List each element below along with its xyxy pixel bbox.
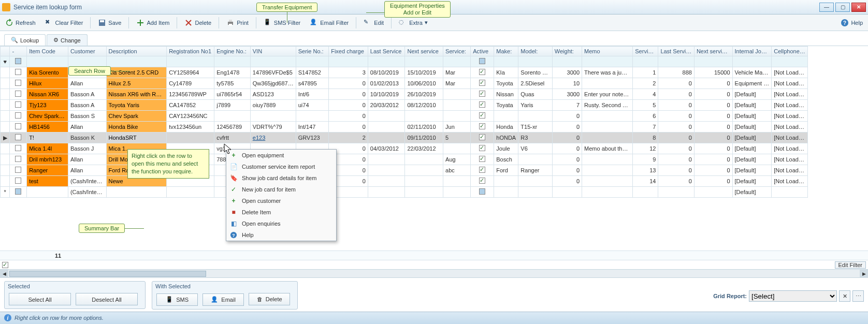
table-row[interactable]: Chev Spark 1.3Basson SChev SparkCAY12345… (1, 111, 808, 122)
menu-show-jobcard[interactable]: 🔖Show job card details for item (226, 172, 336, 184)
menu-customer-report[interactable]: 📄Customer service item report (226, 161, 336, 172)
col-item-code[interactable]: Item Code (27, 47, 68, 56)
table-row[interactable]: HB1456AllanHonda Biketvx123456un12456789… (1, 122, 808, 132)
help-icon: ? (841, 19, 849, 27)
menu-new-jobcard[interactable]: ✓New job card for item (226, 184, 336, 195)
menu-open-enquiries[interactable]: ◧Open enquiries (226, 218, 336, 229)
app-icon (2, 3, 10, 11)
col-active[interactable]: Active (471, 47, 494, 56)
menu-help[interactable]: ?Help (226, 229, 336, 241)
tabs: 🔍Lookup ⚙Change (0, 31, 868, 46)
table-row[interactable]: Mica 1.4lBasson JMica 1.vg1004/03/201222… (1, 143, 808, 154)
email-filter-button[interactable]: 👤Email Filter (308, 18, 351, 28)
col-make[interactable]: Make: (494, 47, 518, 56)
table-row[interactable]: HiluxAllanHilux 2.5Cy14789ty5785Qw365jgd… (1, 78, 808, 89)
edit-button[interactable]: ✎Edit (361, 18, 386, 28)
new-row[interactable]: *(Cash/Internal)[Default] (1, 187, 808, 198)
col-customer[interactable]: Customer (68, 47, 106, 56)
table-row[interactable]: Nissan XR6Basson ANissan XR6 with Roll B… (1, 89, 808, 100)
col-registration[interactable]: Registration No1 (167, 47, 214, 56)
clear-filter-button[interactable]: ✖Clear Filter (43, 18, 85, 28)
table-row[interactable]: test(Cash/Internal)Newe001400[Default][N… (1, 176, 808, 187)
save-button[interactable]: Save (96, 18, 123, 28)
filter-enabled-checkbox[interactable] (2, 262, 8, 268)
col-weight[interactable]: Weight: (552, 47, 582, 56)
close-button[interactable]: ✕ (851, 3, 866, 12)
col-service-item-no[interactable]: Service item no. (633, 47, 658, 56)
menu-delete-item[interactable]: ■Delete Item (226, 207, 336, 218)
plus-icon: + (229, 197, 238, 205)
extra-button[interactable]: ◌Extra▾ (397, 18, 430, 28)
table-row[interactable]: T|y123Basson AToyota YarisCA147852j7899o… (1, 100, 808, 111)
grid-container: - Item Code Customer Description Registr… (0, 46, 868, 251)
row-count: 11 (55, 253, 61, 259)
col-fixed-charge[interactable]: Fixed charge (329, 47, 368, 56)
email-button[interactable]: 👤Email (202, 293, 244, 306)
minimize-button[interactable]: — (819, 3, 834, 12)
delete-selected-button[interactable]: 🗑Delete (249, 293, 290, 305)
scroll-left-button[interactable]: ◀ (0, 270, 8, 278)
print-button[interactable]: Print (224, 18, 251, 28)
service-item-grid[interactable]: - Item Code Customer Description Registr… (0, 46, 808, 198)
selected-group: Selected Select All Deselect All (4, 281, 146, 309)
col-cellphone[interactable]: Cellphone Number (772, 47, 808, 56)
add-item-button[interactable]: Add Item (134, 18, 171, 28)
col-next-reading[interactable]: Next service reading (694, 47, 732, 56)
table-row[interactable]: Kia SorentoAllanKia Sorent 2.5 CRDCY1258… (1, 67, 808, 78)
grid-report-clear-button[interactable]: ✕ (839, 290, 850, 302)
svg-text:?: ? (232, 233, 235, 238)
scroll-thumb[interactable] (9, 271, 206, 277)
sms-button[interactable]: 📱SMS (156, 293, 198, 306)
tab-change[interactable]: ⚙Change (47, 34, 88, 46)
menu-open-customer[interactable]: +Open customer (226, 195, 336, 207)
delete-button[interactable]: Delete (182, 18, 213, 28)
table-row[interactable]: ▶T!Basson KHondaSRTcvfrtte123GRV123209/1… (1, 132, 808, 143)
filter-row[interactable]: ♥ (1, 56, 808, 67)
table-row[interactable]: RangerAllanFord Ra0abcFordRanger01300[De… (1, 165, 808, 176)
col-internal-acc[interactable]: Internal Job Acc (732, 47, 772, 56)
titlebar: Service item lookup form — ▢ ✕ (0, 0, 868, 14)
maximize-button[interactable]: ▢ (835, 3, 850, 12)
col-service[interactable]: Service: (443, 47, 471, 56)
col-description[interactable]: Description (106, 47, 167, 56)
toolbar: Refresh ✖Clear Filter Save Add Item Dele… (0, 14, 868, 31)
info-icon: i (4, 314, 11, 321)
col-model[interactable]: Model: (518, 47, 552, 56)
col-memo[interactable]: Memo (582, 47, 633, 56)
refresh-button[interactable]: Refresh (3, 18, 38, 28)
delete-icon: 🗑 (257, 296, 263, 302)
col-serie[interactable]: Serie No.: (296, 47, 328, 56)
report-icon: 📄 (229, 163, 238, 171)
plus-icon: + (229, 151, 238, 159)
tab-lookup[interactable]: 🔍Lookup (4, 34, 46, 46)
col-check[interactable]: - (10, 47, 27, 56)
help-button[interactable]: ?Help (838, 18, 865, 28)
col-next-service[interactable]: Next service (405, 47, 443, 56)
horizontal-scrollbar[interactable]: ◀ ▶ (0, 269, 868, 277)
col-last-reading[interactable]: Last Service Reading (658, 47, 695, 56)
help-icon: ? (229, 231, 238, 239)
grid-report-area: Grid Report: [Select] ✕ ⋯ (713, 290, 864, 302)
annotation-tooltip: Right click on the row to open this menu… (127, 149, 209, 179)
svg-rect-1 (100, 20, 104, 22)
deselect-all-button[interactable]: Deselect All (76, 293, 138, 305)
chevron-down-icon: ▾ (425, 19, 428, 26)
context-menu: +Open equipment 📄Customer service item r… (226, 149, 337, 241)
statusbar: i Right click on row for more options. (0, 312, 868, 324)
menu-open-equipment[interactable]: +Open equipment (226, 150, 336, 161)
col-indicator[interactable] (1, 47, 10, 56)
scroll-right-button[interactable]: ▶ (860, 270, 868, 278)
col-last-service[interactable]: Last Service (368, 47, 405, 56)
refresh-icon (5, 19, 13, 27)
search-icon: 🔍 (11, 37, 18, 43)
enquiry-icon: ◧ (229, 219, 238, 228)
sms-filter-button[interactable]: 📱SMS Filter (262, 18, 302, 28)
edit-filter-button[interactable]: Edit Filter (835, 261, 866, 269)
col-engine[interactable]: Engine No.: (214, 47, 251, 56)
gear-icon: ◌ (399, 19, 407, 27)
col-vin[interactable]: VIN (250, 47, 296, 56)
select-all-button[interactable]: Select All (9, 293, 71, 305)
grid-report-more-button[interactable]: ⋯ (852, 290, 864, 302)
table-row[interactable]: Dril mbrh123AllanDrill Moo7880AugBosch09… (1, 154, 808, 165)
grid-report-select[interactable]: [Select] (749, 290, 837, 302)
